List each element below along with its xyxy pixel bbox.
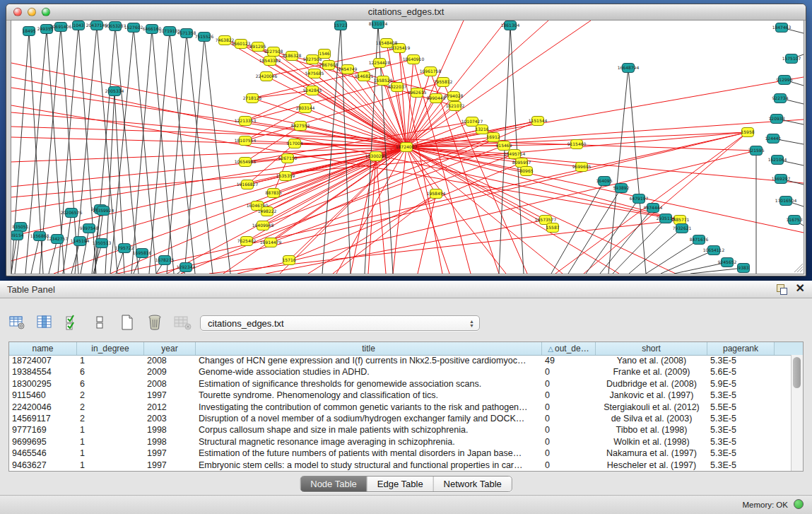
network-canvas[interactable]: 1872400789129592275081854338281863289327…	[11, 20, 804, 274]
graph-node[interactable]: 1861304	[501, 21, 520, 30]
table-row[interactable]: 977716911998Corpus callosum shape and si…	[9, 424, 792, 436]
graph-node[interactable]: 6479197	[630, 194, 649, 204]
table-row[interactable]: 946362711997Embryonic stem cells: a mode…	[9, 460, 792, 471]
graph-node[interactable]: 2718126	[243, 94, 262, 103]
graph-node[interactable]: 116753	[787, 216, 803, 225]
table-row[interactable]: 1830029562008Estimation of significance …	[9, 378, 792, 390]
graph-node[interactable]: 9115460	[567, 140, 587, 149]
row-select-icon[interactable]	[62, 313, 82, 332]
graph-node[interactable]: 10654985	[235, 158, 257, 167]
graph-node[interactable]: 19166827	[237, 180, 259, 189]
graph-node[interactable]: 1569297	[772, 175, 791, 184]
graph-node[interactable]: 16648794	[618, 64, 640, 73]
graph-node[interactable]: 15716	[282, 256, 295, 265]
graph-node[interactable]: 912996	[777, 76, 793, 85]
graph-node[interactable]: 1498222	[258, 207, 277, 216]
graph-node[interactable]: 16409948	[252, 221, 274, 230]
network-window[interactable]: citations_edges.txt 18724007891295922750…	[6, 4, 806, 276]
column-header-out_de[interactable]: △out_de…	[542, 342, 596, 355]
table-scrollbar-thumb[interactable]	[793, 357, 801, 388]
graph-node[interactable]: 915469	[496, 141, 512, 151]
graph-node[interactable]: 1151544	[529, 117, 548, 126]
graph-node[interactable]: 1621064	[768, 156, 787, 165]
delete-table-icon[interactable]	[172, 313, 192, 332]
table-row[interactable]: 969969511998Structural magnetic resonanc…	[9, 436, 792, 448]
column-select-icon[interactable]	[35, 313, 54, 332]
canvas-resize-grip[interactable]	[794, 264, 803, 272]
table-select-dropdown[interactable]: citations_edges.txt ▲▼	[200, 315, 480, 331]
graph-node[interactable]: 1575107	[782, 54, 801, 64]
column-header-title[interactable]: title	[196, 342, 542, 355]
graph-node[interactable]: 9397548	[80, 224, 99, 233]
graph-node[interactable]: 887833	[266, 189, 282, 198]
graph-node[interactable]: 15587	[546, 223, 559, 233]
table-row[interactable]: 946554611997Estimation of the future num…	[9, 448, 792, 459]
graph-node[interactable]: 1678275	[155, 256, 175, 265]
network-graph[interactable]: 1872400789129592275081854338281863289327…	[11, 21, 804, 274]
graph-node[interactable]: 164095	[596, 177, 613, 186]
column-header-year[interactable]: year	[144, 342, 196, 355]
graph-node[interactable]: 80965	[519, 167, 533, 176]
graph-node[interactable]: 20206576	[61, 209, 83, 218]
graph-node[interactable]: 9227508	[264, 47, 283, 57]
graph-node[interactable]: 4671358	[177, 29, 196, 38]
column-header-short[interactable]: short	[596, 342, 707, 355]
tab-node-table[interactable]: Node Table	[300, 477, 367, 491]
graph-node[interactable]: 8990448	[427, 94, 446, 103]
new-column-icon[interactable]	[117, 313, 137, 332]
graph-node[interactable]: 1043	[73, 21, 85, 30]
table-panel-header[interactable]: Table Panel ✕	[0, 281, 812, 298]
graph-node[interactable]: 2005334	[105, 87, 124, 96]
delete-column-icon[interactable]	[145, 313, 165, 332]
graph-node[interactable]: 16912	[486, 133, 500, 142]
graph-node[interactable]: 10653287	[105, 22, 126, 31]
graph-node[interactable]: 8131074	[369, 21, 388, 29]
graph-node[interactable]: 1292344	[177, 263, 196, 272]
float-panel-icon[interactable]	[776, 283, 787, 294]
close-panel-icon[interactable]: ✕	[796, 283, 805, 294]
graph-node[interactable]: 9383	[738, 264, 750, 273]
graph-node[interactable]: 17016504	[775, 197, 797, 206]
graph-node[interactable]: 18543382	[259, 57, 281, 66]
graph-node[interactable]: 22420046	[256, 72, 278, 81]
table-row[interactable]: 1456911722003Disruption of a novel membe…	[9, 413, 792, 424]
graph-node[interactable]: 1795722	[115, 244, 134, 253]
graph-node[interactable]: 39154	[11, 231, 24, 240]
column-header-pagerank[interactable]: pagerank	[707, 342, 775, 355]
table-row[interactable]: 1872400712008Changes of HCN gene express…	[9, 355, 792, 366]
rows-icon[interactable]	[90, 313, 110, 332]
column-header-name[interactable]: name	[9, 342, 77, 355]
graph-node[interactable]: 321595	[748, 146, 765, 156]
graph-node[interactable]: 18640910	[403, 55, 425, 64]
column-header-in_degree[interactable]: in_degree	[77, 342, 144, 355]
graph-node[interactable]: 8095957	[512, 158, 531, 168]
graph-node[interactable]: 593892	[613, 184, 630, 193]
graph-node[interactable]: 6794028	[445, 92, 464, 101]
graph-node[interactable]: 1527602	[124, 23, 143, 33]
table-scrollbar[interactable]	[791, 355, 803, 471]
window-titlebar[interactable]: citations_edges.txt	[6, 4, 806, 21]
graph-node[interactable]: 1958454	[427, 189, 446, 199]
graph-node[interactable]: 7625402	[237, 237, 257, 246]
graph-node[interactable]: 15723	[334, 21, 347, 30]
table-row[interactable]: 911546021997Tourette syndrome. Phenomeno…	[9, 390, 792, 401]
graph-node[interactable]: 8186328	[283, 52, 302, 61]
table-row[interactable]: 1938455462009Genome-wide association stu…	[9, 366, 792, 378]
graph-node[interactable]: 7955812	[434, 78, 453, 87]
graph-node[interactable]: 1695816	[133, 249, 152, 258]
graph-node[interactable]: 7515526	[195, 33, 214, 42]
graph-node[interactable]: 835051	[13, 223, 29, 232]
graph-node[interactable]: 1145194	[71, 237, 90, 246]
graph-node[interactable]: 1546	[319, 49, 331, 59]
tab-network-table[interactable]: Network Table	[434, 477, 512, 491]
graph-node[interactable]: 120938	[769, 115, 785, 124]
graph-node[interactable]: 124441	[765, 134, 782, 144]
graph-node[interactable]: 15958	[741, 128, 754, 137]
graph-node[interactable]: 12254428	[369, 59, 391, 68]
graph-node[interactable]: 8322037	[388, 83, 407, 92]
graph-node[interactable]: 9245652	[718, 258, 737, 267]
graph-node[interactable]: 9146821	[355, 72, 374, 81]
graph-node[interactable]: 7932621	[673, 224, 692, 233]
graph-node[interactable]: 12342757	[47, 235, 69, 244]
table-row[interactable]: 2242004622012Investigating the contribut…	[9, 402, 792, 413]
